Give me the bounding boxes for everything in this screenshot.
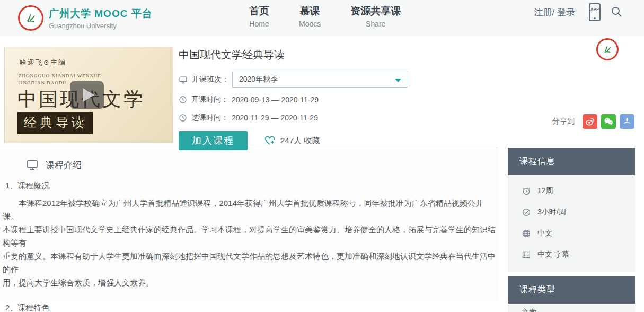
- course-type-panel-header: 课程类型: [508, 276, 635, 304]
- section1-title: 1、课程概况: [5, 181, 498, 191]
- nav-home-label: 首页: [249, 4, 269, 18]
- class-session-label: 开课班次：: [192, 75, 229, 84]
- content-area: 课程介绍 1、课程概况 本课程2012年被学校确立为广州大学首批精品通识课程，2…: [0, 148, 644, 301]
- section2-title: 2、课程特色: [5, 303, 498, 312]
- intro-title: 课程介绍: [46, 159, 82, 171]
- nav-moocs-label: 慕课: [299, 4, 321, 18]
- open-time-value: 2020-09-13 — 2020-11-29: [232, 96, 319, 104]
- monitor-icon: [25, 159, 39, 171]
- seal-emblem: [601, 42, 614, 56]
- course-title: 中国现代文学经典导读: [179, 48, 408, 62]
- nav-share-label: 资源共享课: [350, 4, 401, 18]
- globe-icon: [522, 229, 531, 238]
- register-login-link[interactable]: 注册/ 登录: [534, 6, 575, 19]
- open-time-row: 开课时间： 2020-09-13 — 2020-11-29: [179, 95, 408, 105]
- class-session-value: 2020年秋季: [239, 75, 278, 84]
- friends-share-icon[interactable]: [620, 114, 634, 129]
- nav-share-sublabel: Share: [350, 20, 401, 28]
- course-banner: 哈迎飞⊙主编 ZHONGGUO XIANDAI WENXUE JINGDIAN …: [0, 36, 644, 143]
- course-info: 中国现代文学经典导读 开课班次： 2020年秋季: [179, 47, 408, 143]
- select-time-value: 2020-11-29 — 2020-11-29: [232, 114, 318, 122]
- intro-heading: 课程介绍: [25, 159, 498, 171]
- share-bar: 分享到: [552, 114, 634, 129]
- logo-text: 广州大学 MOOC 平台 Guangzhou University: [49, 7, 153, 30]
- info-item-text: 12周: [537, 186, 553, 196]
- monitor-icon: [179, 75, 188, 84]
- mobile-app-icon[interactable]: APP: [589, 3, 601, 21]
- course-info-panel-body: 12周 3小时/周: [508, 175, 635, 272]
- favorite-control[interactable]: 247人 收藏: [263, 135, 320, 146]
- course-sidebar: 课程信息 12周: [508, 148, 635, 301]
- nav-item-share[interactable]: 资源共享课 Share: [350, 4, 401, 28]
- header-right-controls: 注册/ 登录 APP: [534, 0, 623, 36]
- course-info-panel-header: 课程信息: [508, 148, 635, 175]
- nav-home-sublabel: Home: [249, 20, 269, 28]
- check-circle-icon: [522, 207, 531, 217]
- favorite-count-text: 247人 收藏: [280, 136, 320, 146]
- mooc-course-page: 广州大学 MOOC 平台 Guangzhou University 首页 Hom…: [0, 0, 644, 312]
- course-actions: 加入课程 247人 收藏: [179, 131, 408, 150]
- alarm-clock-icon: [522, 186, 531, 196]
- site-header: 广州大学 MOOC 平台 Guangzhou University 首页 Hom…: [0, 0, 644, 36]
- wechat-share-icon[interactable]: [601, 114, 616, 129]
- course-type-item: 文学: [508, 304, 635, 312]
- info-item-text: 3小时/周: [537, 207, 566, 217]
- clock-icon: [179, 96, 187, 104]
- class-session-select[interactable]: 2020年秋季: [232, 72, 408, 88]
- select-time-row: 选课时间： 2020-11-29 — 2020-11-29: [179, 113, 408, 123]
- share-label: 分享到: [552, 117, 575, 126]
- info-item-text: 中文 字幕: [537, 250, 569, 259]
- info-item-subtitles: 中文 字幕: [508, 244, 635, 265]
- nav-item-moocs[interactable]: 慕课 Moocs: [299, 4, 321, 28]
- course-intro-panel: 课程介绍 1、课程概况 本课程2012年被学校确立为广州大学首批精品通识课程，2…: [0, 148, 498, 301]
- seal-emblem: [23, 10, 38, 25]
- info-item-language: 中文: [508, 223, 635, 244]
- nav-moocs-sublabel: Moocs: [299, 20, 321, 28]
- info-item-workload: 3小时/周: [508, 202, 635, 223]
- logo-title: 广州大学 MOOC 平台: [49, 7, 153, 21]
- logo-subtitle: Guangzhou University: [49, 22, 153, 30]
- nav-item-home[interactable]: 首页 Home: [249, 4, 269, 28]
- open-time-label: 开课时间：: [191, 95, 228, 105]
- join-course-button[interactable]: 加入课程: [179, 131, 248, 150]
- course-video-thumbnail[interactable]: 哈迎飞⊙主编 ZHONGGUO XIANDAI WENXUE JINGDIAN …: [4, 47, 173, 143]
- panel-gap: [508, 272, 635, 276]
- cover-subtitle: 经典导读: [17, 112, 93, 134]
- play-button-icon[interactable]: [70, 81, 104, 109]
- class-session-row: 开课班次： 2020年秋季: [179, 72, 408, 88]
- cover-author: 哈迎飞⊙主编: [20, 58, 66, 67]
- chevron-down-icon: [395, 79, 401, 82]
- heart-plus-icon: [263, 135, 276, 146]
- subtitle-icon: [522, 250, 531, 259]
- university-seal-badge: [596, 38, 619, 60]
- section1-paragraph: 本课程2012年被学校确立为广州大学首批精品通识课程，2014年获得广州大学首批…: [3, 196, 498, 289]
- site-logo[interactable]: 广州大学 MOOC 平台 Guangzhou University: [18, 5, 153, 31]
- search-icon[interactable]: [610, 5, 623, 20]
- clock-icon: [179, 114, 187, 122]
- main-nav: 首页 Home 慕课 Moocs 资源共享课 Share: [249, 4, 430, 28]
- info-item-text: 中文: [537, 229, 552, 238]
- weibo-share-icon[interactable]: [583, 114, 597, 129]
- select-time-label: 选课时间：: [191, 113, 228, 123]
- info-item-duration: 12周: [508, 180, 635, 202]
- university-seal-icon: [18, 5, 43, 31]
